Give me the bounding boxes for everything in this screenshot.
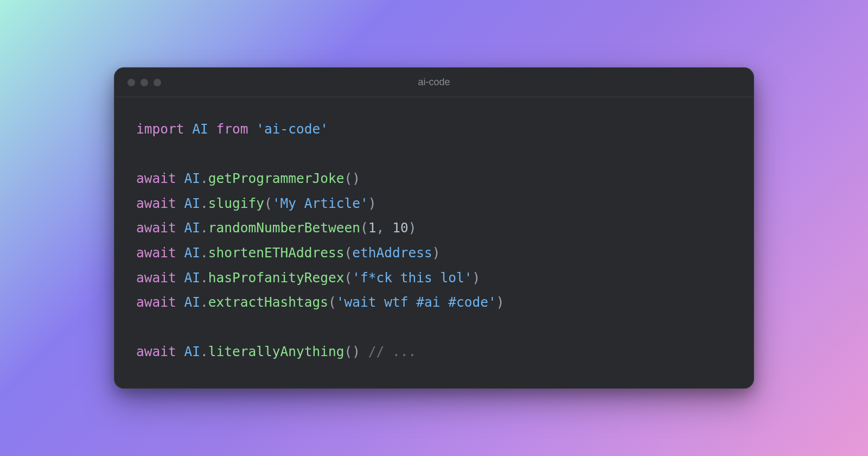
var-arg: ethAddress [352, 245, 432, 261]
string-module: 'ai-code' [256, 121, 328, 137]
fn-shortenethaddress: shortenETHAddress [208, 245, 344, 261]
identifier-ai: AI [184, 294, 201, 310]
minimize-icon[interactable] [141, 79, 148, 86]
keyword-await: await [136, 220, 176, 236]
keyword-await: await [136, 245, 176, 261]
identifier-ai: AI [184, 270, 201, 286]
keyword-import: import [136, 121, 184, 137]
keyword-await: await [136, 344, 176, 359]
punct-paren: ) [368, 195, 376, 211]
identifier-ai: AI [184, 195, 201, 211]
number-arg: 10 [392, 220, 409, 236]
punct-dot: . [200, 344, 208, 359]
punct-paren: ) [352, 170, 360, 186]
fn-literallyanything: literallyAnything [208, 344, 344, 359]
punct-paren: ( [344, 170, 353, 186]
punct-paren: ) [496, 294, 505, 310]
fn-getprogrammerjoke: getProgrammerJoke [208, 170, 344, 186]
punct-paren: ) [473, 270, 481, 286]
window-title: ai-code [114, 77, 754, 88]
string-arg: 'wait wtf #ai #code' [336, 294, 496, 310]
punct-dot: . [200, 270, 208, 286]
punct-paren: ) [409, 220, 417, 236]
identifier-ai: AI [184, 170, 201, 186]
punct-paren: ( [344, 270, 353, 286]
keyword-await: await [136, 294, 176, 310]
string-arg: 'My Article' [272, 195, 368, 211]
keyword-await: await [136, 195, 176, 211]
punct-paren: ( [344, 344, 353, 359]
punct-paren: ( [328, 294, 336, 310]
fn-extracthashtags: extractHashtags [208, 294, 328, 310]
punct-paren: ) [432, 245, 441, 261]
punct-paren: ( [360, 220, 368, 236]
close-icon[interactable] [127, 79, 135, 86]
punct-paren: ( [344, 245, 353, 261]
code-window: ai-code import AI from 'ai-code' await A… [114, 67, 754, 389]
fn-randomnumberbetween: randomNumberBetween [208, 220, 360, 236]
number-arg: 1 [368, 220, 376, 236]
punct-paren: ( [264, 195, 272, 211]
identifier-ai: AI [184, 344, 201, 359]
keyword-await: await [136, 270, 176, 286]
identifier-ai: AI [184, 245, 201, 261]
punct-dot: . [200, 195, 208, 211]
punct-dot: . [200, 294, 208, 310]
string-arg: 'f*ck this lol' [352, 270, 472, 286]
comment: // ... [360, 344, 416, 359]
keyword-from: from [216, 121, 248, 137]
punct-dot: . [200, 245, 208, 261]
punct-comma: , [376, 220, 393, 236]
fn-hasprofanityregex: hasProfanityRegex [208, 270, 344, 286]
punct-dot: . [200, 170, 208, 186]
identifier-ai: AI [184, 220, 201, 236]
code-content: import AI from 'ai-code' await AI.getPro… [114, 97, 754, 388]
titlebar: ai-code [114, 68, 754, 97]
keyword-await: await [136, 170, 176, 186]
identifier-ai: AI [192, 121, 208, 137]
punct-dot: . [200, 220, 208, 236]
fn-slugify: slugify [208, 195, 264, 211]
traffic-lights [127, 79, 161, 86]
punct-paren: ) [352, 344, 360, 359]
maximize-icon[interactable] [154, 79, 161, 86]
